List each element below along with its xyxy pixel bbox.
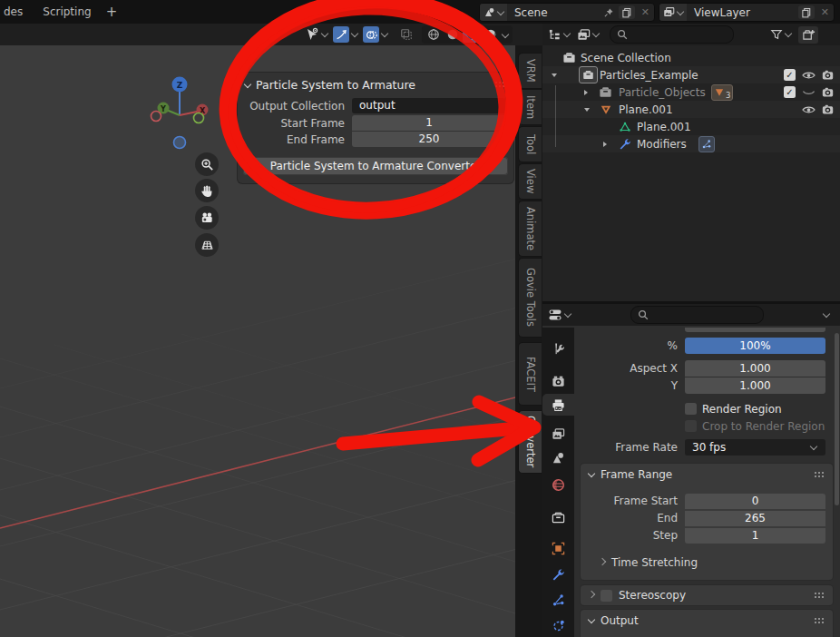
- tab-collection[interactable]: [542, 505, 574, 529]
- object-visibility-dropdown[interactable]: [305, 27, 327, 42]
- hidden-eye-closed-icon[interactable]: [802, 87, 816, 98]
- expand-icon[interactable]: [552, 74, 557, 77]
- resolution-field-partial[interactable]: [685, 328, 825, 332]
- frame-start-input[interactable]: 0: [685, 494, 825, 509]
- properties-scrollbar[interactable]: [835, 333, 839, 505]
- sidebar-tab-tool[interactable]: Tool: [518, 126, 542, 162]
- pan-button[interactable]: [195, 179, 219, 202]
- disable-render-camera-icon[interactable]: [822, 69, 834, 81]
- convert-button[interactable]: Particle System to Armature Converter: [243, 157, 508, 175]
- gizmo-y-neg[interactable]: [194, 113, 204, 123]
- disable-render-camera-icon[interactable]: [822, 103, 834, 115]
- resolution-percent-slider[interactable]: 100%: [685, 338, 825, 354]
- outliner-display-mode-dropdown[interactable]: [548, 28, 570, 42]
- pin-icon[interactable]: [601, 4, 617, 21]
- tab-render[interactable]: [542, 369, 574, 393]
- viewport-3d[interactable]: Z Y X: [0, 45, 515, 637]
- render-region-checkbox[interactable]: [685, 403, 697, 415]
- tab-particles[interactable]: [542, 588, 574, 612]
- view-layer-name-field[interactable]: ViewLayer: [687, 6, 796, 19]
- panel-drag-handle-icon[interactable]: [494, 81, 506, 88]
- exclude-checkbox[interactable]: ✓: [784, 86, 796, 98]
- outliner-filter-dropdown[interactable]: [770, 28, 791, 41]
- tab-modifiers[interactable]: [542, 563, 574, 586]
- filter-options-chevron-icon[interactable]: [823, 310, 830, 318]
- overlays-toggle[interactable]: [363, 26, 387, 43]
- collapse-icon[interactable]: [584, 108, 590, 112]
- end-frame-input[interactable]: 250: [352, 132, 506, 147]
- new-view-layer-button[interactable]: [798, 5, 815, 19]
- tab-view-layer[interactable]: [542, 422, 574, 446]
- scene-name-field[interactable]: Scene: [507, 6, 601, 19]
- outliner-search-input[interactable]: [610, 25, 734, 44]
- camera-view-button[interactable]: [195, 206, 219, 230]
- crop-to-render-region-checkbox[interactable]: [685, 420, 697, 432]
- xray-toggle[interactable]: [398, 26, 415, 43]
- view-layer-browse-button[interactable]: [659, 4, 687, 21]
- time-stretching-subpanel[interactable]: Time Stretching: [600, 556, 698, 569]
- frame-rate-dropdown[interactable]: 30 fps: [685, 439, 825, 456]
- tab-world[interactable]: [542, 473, 574, 496]
- stereoscopy-panel[interactable]: Stereoscopy: [581, 585, 833, 605]
- tab-object[interactable]: [542, 536, 574, 560]
- tab-tool[interactable]: [542, 337, 574, 360]
- new-collection-button[interactable]: [798, 26, 818, 44]
- panel-collapse-icon[interactable]: [588, 470, 595, 477]
- new-scene-button[interactable]: [619, 5, 635, 19]
- output-collection-input[interactable]: output: [352, 98, 506, 113]
- exclude-checkbox[interactable]: ✓: [784, 69, 796, 81]
- scene-browse-button[interactable]: [480, 4, 507, 21]
- frame-end-input[interactable]: 265: [685, 511, 825, 526]
- shading-material-button[interactable]: [463, 26, 480, 43]
- properties-editor-type-dropdown[interactable]: [548, 308, 571, 322]
- navigation-gizmo[interactable]: Z Y X: [145, 73, 227, 154]
- panel-title[interactable]: Particle System to Armature: [256, 78, 415, 92]
- sidebar-tab-view[interactable]: View: [518, 163, 542, 200]
- unlink-scene-icon[interactable]: ✕: [637, 6, 654, 18]
- shading-rendered-button[interactable]: [482, 26, 499, 43]
- workspace-tab-scripting[interactable]: Scripting: [39, 0, 94, 24]
- sidebar-tab-converter[interactable]: Converter: [518, 410, 542, 474]
- aspect-y-input[interactable]: 1.000: [685, 377, 825, 394]
- frame-step-input[interactable]: 1: [685, 528, 825, 544]
- hide-eye-icon[interactable]: [802, 70, 816, 81]
- tab-scene[interactable]: [542, 446, 574, 469]
- sidebar-tab-animate[interactable]: Animate: [518, 201, 542, 257]
- shading-solid-button[interactable]: [444, 26, 461, 43]
- panel-drag-handle-icon[interactable]: [814, 617, 825, 624]
- expand-icon[interactable]: [584, 90, 588, 95]
- stereoscopy-checkbox[interactable]: [601, 590, 612, 602]
- remove-view-layer-icon[interactable]: ✕: [816, 6, 834, 18]
- outliner-row-plane-mesh-data[interactable]: Plane.001: [542, 118, 840, 135]
- gizmo-z-neg[interactable]: [174, 137, 186, 149]
- outliner-row-modifiers[interactable]: Modifiers: [542, 135, 840, 152]
- sidebar-tab-vrm[interactable]: VRM: [518, 53, 542, 89]
- output-panel[interactable]: Output: [581, 610, 833, 637]
- outliner-row-scene-collection[interactable]: Scene Collection: [542, 49, 840, 66]
- panel-drag-handle-icon[interactable]: [814, 471, 825, 478]
- expand-icon[interactable]: [603, 142, 607, 147]
- editor-divider[interactable]: [542, 301, 840, 304]
- disable-render-camera-icon[interactable]: [822, 86, 834, 98]
- outliner-row-particles-example[interactable]: Particles_Example ✓: [542, 66, 840, 83]
- toggle-perspective-button[interactable]: [195, 233, 219, 257]
- outliner-row-particle-objects[interactable]: Particle_Objects 3 ✓: [542, 83, 840, 101]
- zoom-button[interactable]: [195, 152, 219, 176]
- shading-wireframe-button[interactable]: [425, 26, 442, 43]
- sidebar-tab-govie-tools[interactable]: Govie Tools: [518, 258, 542, 338]
- add-workspace-button[interactable]: +: [103, 0, 122, 24]
- panel-collapse-icon[interactable]: [244, 80, 251, 87]
- frame-range-title[interactable]: Frame Range: [601, 468, 672, 481]
- tab-physics[interactable]: [542, 613, 574, 637]
- properties-search-input[interactable]: [630, 306, 764, 324]
- start-frame-input[interactable]: 1: [352, 115, 506, 131]
- tab-output[interactable]: [542, 394, 574, 416]
- hide-eye-icon[interactable]: [802, 104, 816, 115]
- outliner-filter-display-dropdown[interactable]: [577, 28, 599, 42]
- gizmos-toggle[interactable]: [333, 26, 357, 43]
- panel-drag-handle-icon[interactable]: [814, 592, 825, 599]
- workspace-tab-partial[interactable]: des: [0, 0, 26, 24]
- sidebar-tab-item[interactable]: Item: [518, 89, 542, 125]
- aspect-x-input[interactable]: 1.000: [685, 360, 825, 377]
- gizmo-x-neg[interactable]: [151, 112, 161, 122]
